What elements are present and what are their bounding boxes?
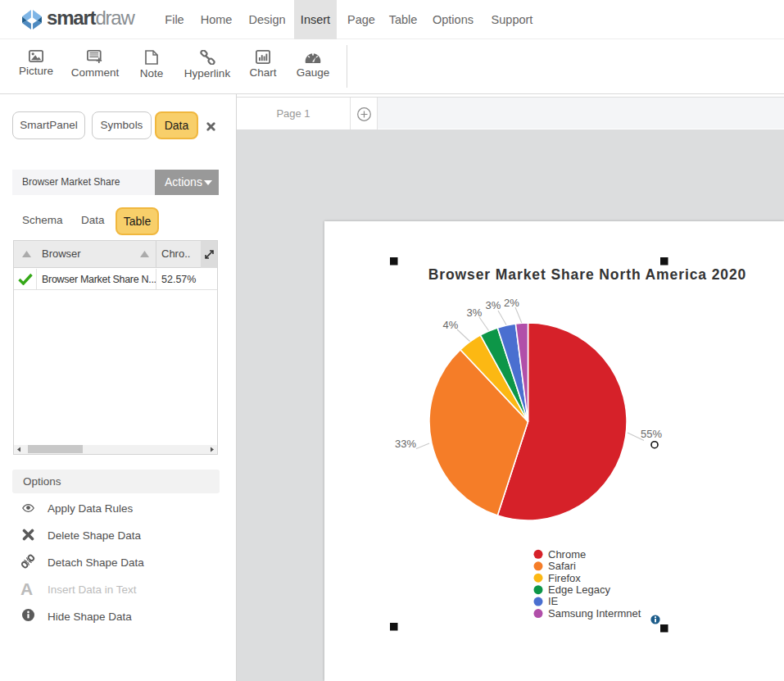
svg-text:4%: 4% <box>443 319 459 331</box>
svg-text:Safari: Safari <box>548 560 576 572</box>
svg-text:Edge Legacy: Edge Legacy <box>548 583 610 596</box>
svg-text:Firefox: Firefox <box>548 572 581 584</box>
svg-text:Browser Market Share North Ame: Browser Market Share North America 2020 <box>428 266 747 283</box>
svg-text:33%: 33% <box>395 438 416 450</box>
svg-text:3%: 3% <box>467 306 483 319</box>
svg-text:Chrome: Chrome <box>548 548 586 561</box>
svg-text:IE: IE <box>548 595 559 607</box>
svg-text:55%: 55% <box>641 428 662 440</box>
svg-text:2%: 2% <box>504 297 519 309</box>
svg-text:3%: 3% <box>486 299 501 311</box>
svg-text:Samsung Intermnet: Samsung Intermnet <box>548 607 641 620</box>
